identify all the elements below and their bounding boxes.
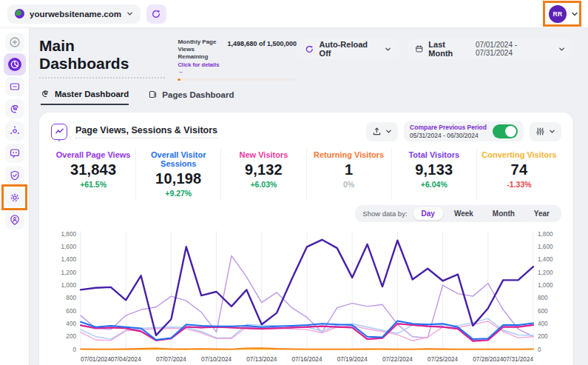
chevron-down-icon (385, 128, 392, 135)
tab-label: Pages Dashboard (162, 90, 234, 99)
metrics-row: Overall Page Views 31,843 +61.5% Overall… (51, 149, 561, 201)
chevron-down-icon (126, 10, 133, 17)
svg-text:1,200: 1,200 (538, 269, 553, 276)
svg-text:1,800: 1,800 (538, 231, 553, 238)
compare-label: Compare Previous Period (410, 124, 487, 132)
svg-text:1,400: 1,400 (538, 256, 553, 263)
show-data-by-label: Show data by: (362, 210, 407, 218)
quota-label: Monthly Page Views Remaining (178, 38, 221, 61)
open-site-button[interactable] (146, 4, 166, 24)
svg-text:07/22/2024: 07/22/2024 (382, 356, 413, 363)
sidebar-item-feedback[interactable] (0, 142, 30, 164)
sidebar-item-dashboards[interactable] (0, 53, 30, 76)
metric-overall-page-views[interactable]: Overall Page Views 31,843 +61.5% (51, 149, 135, 201)
export-icon (372, 127, 382, 136)
auto-reload-dropdown[interactable]: Auto-Reload Off (297, 38, 399, 59)
svg-text:07/04/2024: 07/04/2024 (111, 356, 141, 363)
svg-text:800: 800 (66, 295, 76, 301)
metric-converting-visitors[interactable]: Converting Visitors 74 -1.33% (476, 149, 561, 201)
metric-total-visitors[interactable]: Total Visitors 9,133 +6.04% (391, 149, 476, 201)
sidebar-item-add[interactable] (0, 31, 30, 53)
svg-text:200: 200 (66, 333, 76, 340)
metric-overall-visitor-sessions[interactable]: Overall Visitor Sessions 10,198 +9.27% (135, 149, 220, 201)
granularity-year[interactable]: Year (526, 207, 558, 220)
svg-text:0: 0 (72, 346, 76, 353)
plus-circle-icon (5, 33, 24, 52)
chevron-down-icon[interactable] (571, 10, 578, 17)
spiral-icon (41, 89, 50, 98)
svg-text:1,000: 1,000 (61, 282, 77, 289)
quota-progress-bar (178, 78, 297, 81)
line-chart[interactable]: 07/01/202407/04/202407/07/202407/10/2024… (51, 225, 561, 365)
mail-icon (5, 77, 24, 96)
svg-text:07/31/2024: 07/31/2024 (503, 356, 533, 363)
compare-toggle[interactable] (493, 124, 518, 138)
main-content: Main Dashboards Monthly Page Views Remai… (30, 28, 588, 365)
page-title: Main Dashboards (39, 37, 165, 78)
svg-text:07/16/2024: 07/16/2024 (292, 356, 322, 363)
site-selector[interactable]: yourwebsitename.com (7, 4, 141, 24)
person-pin-icon (5, 210, 24, 230)
site-name: yourwebsitename.com (30, 10, 121, 19)
compare-range: 05/31/2024 - 06/30/2024 (410, 132, 487, 139)
svg-text:400: 400 (538, 321, 548, 327)
metric-new-visitors[interactable]: New Visitors 9,132 +6.03% (220, 149, 305, 201)
svg-text:800: 800 (538, 295, 548, 301)
svg-text:07/10/2024: 07/10/2024 (201, 356, 232, 363)
svg-text:07/07/2024: 07/07/2024 (156, 356, 186, 363)
quota-value: 1,498,680 of 1,500,000 (228, 40, 297, 75)
quota-details-link[interactable]: Click for details → (178, 61, 221, 75)
dashboard-pie-icon (4, 53, 26, 76)
svg-text:07/28/2024: 07/28/2024 (473, 356, 503, 363)
sidebar (0, 28, 30, 365)
sidebar-item-settings[interactable] (0, 187, 30, 209)
svg-text:1,600: 1,600 (538, 244, 553, 250)
svg-text:07/13/2024: 07/13/2024 (246, 356, 277, 363)
svg-text:07/01/2024: 07/01/2024 (81, 356, 111, 363)
granularity-day[interactable]: Day (413, 207, 443, 220)
svg-text:200: 200 (538, 333, 548, 340)
export-dropdown[interactable] (366, 122, 398, 141)
svg-text:600: 600 (66, 308, 76, 315)
date-range-text: 07/01/2024 - 07/31/2024 (476, 41, 553, 57)
tab-master-dashboard[interactable]: Master Dashboard (41, 89, 129, 105)
svg-text:07/25/2024: 07/25/2024 (428, 356, 458, 363)
svg-text:1,600: 1,600 (61, 244, 77, 250)
site-favicon-icon (15, 9, 24, 19)
sidebar-item-heatmaps[interactable] (0, 120, 30, 142)
chart-settings-dropdown[interactable] (530, 122, 561, 141)
calendar-icon (415, 44, 424, 53)
svg-text:400: 400 (66, 321, 76, 327)
sidebar-item-email[interactable] (0, 76, 30, 98)
date-preset-label: Last Month (428, 40, 470, 58)
chat-bubble-icon (5, 144, 24, 163)
granularity-week[interactable]: Week (446, 207, 481, 220)
svg-text:1,800: 1,800 (61, 231, 77, 238)
avatar[interactable]: RR (549, 5, 567, 23)
compare-previous-period: Compare Previous Period 05/31/2024 - 06/… (404, 121, 524, 141)
svg-text:1,400: 1,400 (61, 256, 77, 263)
shield-check-icon (5, 166, 24, 185)
sidebar-item-recordings[interactable] (0, 98, 30, 120)
granularity-month[interactable]: Month (484, 207, 523, 220)
toggle-knob (505, 126, 516, 137)
metric-returning-visitors[interactable]: Returning Visitors 1 0% (306, 149, 391, 201)
chevron-down-icon (549, 128, 555, 135)
gear-icon (5, 188, 24, 207)
card-title: Page Views, Sessions & Visitors (75, 125, 217, 138)
chevron-down-icon (56, 133, 62, 146)
sidebar-item-visitors[interactable] (0, 209, 30, 231)
quota-block: Monthly Page Views Remaining Click for d… (178, 38, 297, 81)
show-data-by-control: Show data by: Day Week Month Year (355, 205, 561, 222)
tab-pages-dashboard[interactable]: Pages Dashboard (148, 89, 234, 105)
chevron-down-icon (385, 46, 391, 53)
svg-text:1,200: 1,200 (61, 269, 77, 276)
sidebar-item-security[interactable] (0, 164, 30, 187)
svg-text:0: 0 (538, 346, 541, 353)
chart-widget-icon[interactable] (51, 124, 67, 140)
date-range-picker[interactable]: Last Month 07/01/2024 - 07/31/2024 (407, 38, 573, 59)
target-dots-icon (5, 121, 24, 141)
chevron-down-icon (558, 46, 565, 53)
svg-text:07/19/2024: 07/19/2024 (337, 356, 368, 363)
tab-label: Master Dashboard (55, 90, 129, 98)
